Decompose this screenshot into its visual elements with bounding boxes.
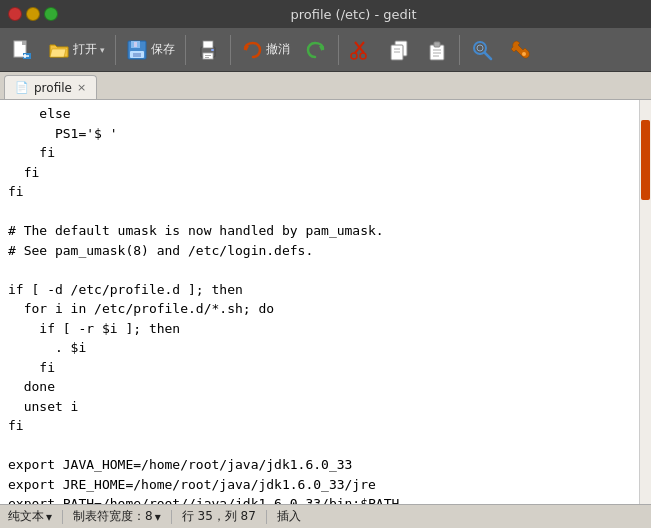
titlebar: profile (/etc) - gedit bbox=[0, 0, 651, 28]
tab-width-selector[interactable]: 制表符宽度：8 ▾ bbox=[73, 508, 161, 525]
undo-icon bbox=[241, 39, 263, 61]
svg-rect-15 bbox=[205, 57, 209, 58]
paste-button[interactable] bbox=[419, 32, 455, 68]
new-icon bbox=[11, 39, 33, 61]
undo-button[interactable]: 撤消 bbox=[235, 32, 296, 68]
save-icon bbox=[126, 39, 148, 61]
print-button[interactable] bbox=[190, 32, 226, 68]
copy-button[interactable] bbox=[381, 32, 417, 68]
insert-mode-label: 插入 bbox=[277, 508, 301, 525]
undo-label: 撤消 bbox=[266, 41, 290, 58]
separator-5 bbox=[459, 35, 460, 65]
editor-text-area[interactable]: else PS1='$ ' fi fi fi # The default uma… bbox=[0, 100, 639, 504]
tools-icon bbox=[509, 39, 531, 61]
status-sep-3 bbox=[266, 510, 267, 524]
separator-1 bbox=[115, 35, 116, 65]
separator-2 bbox=[185, 35, 186, 65]
svg-point-34 bbox=[477, 45, 483, 51]
tab-width-arrow: ▾ bbox=[155, 510, 161, 524]
text-mode-label: 纯文本 bbox=[8, 508, 44, 525]
find-icon bbox=[471, 39, 493, 61]
separator-4 bbox=[338, 35, 339, 65]
save-label: 保存 bbox=[151, 41, 175, 58]
svg-point-22 bbox=[360, 53, 366, 59]
insert-mode: 插入 bbox=[277, 508, 301, 525]
svg-rect-8 bbox=[134, 42, 137, 47]
minimize-button[interactable] bbox=[26, 7, 40, 21]
find-button[interactable] bbox=[464, 32, 500, 68]
maximize-button[interactable] bbox=[44, 7, 58, 21]
svg-rect-28 bbox=[434, 42, 440, 47]
copy-icon bbox=[388, 39, 410, 61]
text-mode-arrow: ▾ bbox=[46, 510, 52, 524]
tab-profile[interactable]: 📄 profile × bbox=[4, 75, 97, 99]
svg-line-33 bbox=[485, 53, 491, 59]
svg-rect-12 bbox=[203, 41, 213, 48]
svg-point-21 bbox=[351, 53, 357, 59]
tabbar: 📄 profile × bbox=[0, 72, 651, 100]
new-button[interactable] bbox=[4, 32, 40, 68]
save-button[interactable]: 保存 bbox=[120, 32, 181, 68]
open-dropdown-arrow[interactable]: ▾ bbox=[100, 45, 105, 55]
open-label: 打开 bbox=[73, 41, 97, 58]
window-title: profile (/etc) - gedit bbox=[64, 7, 643, 22]
tab-close-button[interactable]: × bbox=[77, 82, 86, 93]
position-label: 行 35，列 87 bbox=[182, 508, 256, 525]
svg-point-35 bbox=[522, 52, 526, 56]
scrollbar[interactable] bbox=[639, 100, 651, 504]
window-controls bbox=[8, 7, 58, 21]
svg-rect-16 bbox=[211, 49, 214, 51]
redo-icon bbox=[305, 39, 327, 61]
open-icon bbox=[48, 39, 70, 61]
tab-width-label: 制表符宽度：8 bbox=[73, 508, 153, 525]
open-button[interactable]: 打开 ▾ bbox=[42, 32, 111, 68]
redo-button[interactable] bbox=[298, 32, 334, 68]
status-sep-2 bbox=[171, 510, 172, 524]
separator-3 bbox=[230, 35, 231, 65]
statusbar: 纯文本 ▾ 制表符宽度：8 ▾ 行 35，列 87 插入 bbox=[0, 504, 651, 528]
svg-rect-14 bbox=[205, 55, 211, 56]
tools-button[interactable] bbox=[502, 32, 538, 68]
paste-icon bbox=[426, 39, 448, 61]
cut-button[interactable] bbox=[343, 32, 379, 68]
tab-label: profile bbox=[34, 81, 72, 95]
close-button[interactable] bbox=[8, 7, 22, 21]
editor: else PS1='$ ' fi fi fi # The default uma… bbox=[0, 100, 651, 504]
text-mode-selector[interactable]: 纯文本 ▾ bbox=[8, 508, 52, 525]
tab-icon: 📄 bbox=[15, 81, 29, 94]
print-icon bbox=[197, 39, 219, 61]
cut-icon bbox=[350, 39, 372, 61]
svg-rect-10 bbox=[133, 53, 141, 57]
scrollbar-thumb[interactable] bbox=[641, 120, 650, 200]
status-sep-1 bbox=[62, 510, 63, 524]
cursor-position: 行 35，列 87 bbox=[182, 508, 256, 525]
toolbar: 打开 ▾ 保存 bbox=[0, 28, 651, 72]
